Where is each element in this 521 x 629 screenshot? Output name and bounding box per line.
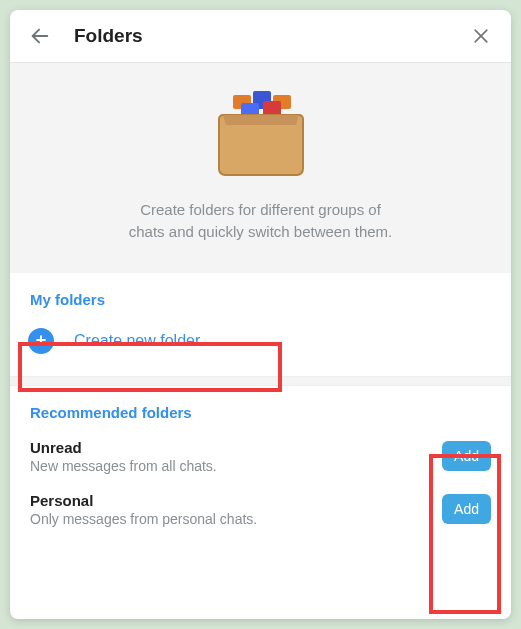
close-button[interactable] (469, 24, 493, 48)
intro-section: Create folders for different groups of c… (10, 63, 511, 273)
recommended-item-unread: Unread New messages from all chats. Add (10, 431, 511, 484)
panel-title: Folders (74, 25, 469, 47)
panel-header: Folders (10, 10, 511, 63)
add-button-personal[interactable]: Add (442, 494, 491, 524)
recommended-item-personal: Personal Only messages from personal cha… (10, 484, 511, 537)
section-divider (10, 376, 511, 386)
create-new-folder-label: Create new folder (74, 332, 200, 350)
close-icon (471, 26, 491, 46)
intro-text: Create folders for different groups of c… (50, 199, 471, 243)
recommended-desc: Only messages from personal chats. (30, 511, 442, 527)
back-button[interactable] (28, 24, 52, 48)
folders-settings-panel: Folders Create folders for different gro… (10, 10, 511, 619)
folders-illustration (213, 89, 309, 183)
recommended-item-text: Personal Only messages from personal cha… (30, 492, 442, 527)
arrow-left-icon (29, 25, 51, 47)
add-button-unread[interactable]: Add (442, 441, 491, 471)
plus-icon: + (28, 328, 54, 354)
recommended-desc: New messages from all chats. (30, 458, 442, 474)
recommended-item-text: Unread New messages from all chats. (30, 439, 442, 474)
intro-line-1: Create folders for different groups of (140, 201, 381, 218)
recommended-name: Unread (30, 439, 442, 456)
create-new-folder-row[interactable]: + Create new folder (10, 318, 511, 364)
recommended-name: Personal (30, 492, 442, 509)
my-folders-heading: My folders (10, 273, 511, 318)
recommended-heading: Recommended folders (10, 386, 511, 431)
intro-line-2: chats and quickly switch between them. (129, 223, 392, 240)
